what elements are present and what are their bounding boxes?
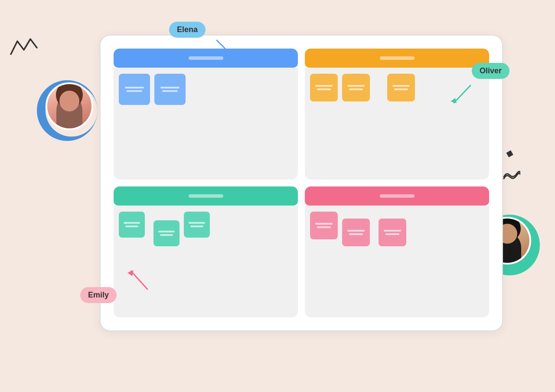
- elena-name-text: Elena: [177, 25, 198, 34]
- card-item[interactable]: [342, 219, 370, 246]
- column-body-pink: [305, 206, 489, 317]
- card-item[interactable]: [119, 74, 150, 105]
- diamond-decoration: ◆: [505, 147, 515, 160]
- card-item[interactable]: [310, 74, 338, 101]
- column-header-blue: [114, 49, 298, 68]
- card-item[interactable]: [342, 74, 370, 101]
- column-header-green: [114, 186, 298, 206]
- card-item[interactable]: [387, 74, 415, 101]
- label-emily: Emily: [80, 287, 117, 303]
- avatar-elena: [46, 82, 93, 130]
- column-header-orange: [305, 49, 489, 68]
- label-oliver: Oliver: [472, 63, 509, 79]
- column-body-green: [114, 206, 298, 317]
- card-item[interactable]: [184, 212, 210, 238]
- card-item[interactable]: [153, 220, 180, 246]
- card-item[interactable]: [119, 212, 145, 238]
- kanban-column-pink: [305, 186, 489, 317]
- kanban-column-green: [114, 186, 298, 317]
- card-item[interactable]: [310, 212, 338, 239]
- arrow-oliver: [449, 83, 475, 109]
- emily-name-text: Emily: [88, 291, 109, 299]
- kanban-column-orange: [305, 49, 489, 180]
- arrow-emily: [126, 268, 152, 291]
- kanban-column-blue: [114, 49, 298, 180]
- card-item[interactable]: [379, 219, 406, 246]
- column-body-blue: [114, 68, 298, 180]
- wave-decoration: [503, 169, 520, 183]
- oliver-name-text: Oliver: [480, 66, 502, 75]
- header-bar-green: [189, 194, 223, 198]
- header-bar-pink: [380, 194, 415, 198]
- column-header-pink: [305, 186, 489, 206]
- main-card: [100, 35, 503, 331]
- header-bar-orange: [380, 56, 415, 60]
- card-item[interactable]: [154, 74, 186, 105]
- arrow-elena: [212, 38, 238, 64]
- label-elena: Elena: [169, 22, 206, 38]
- zigzag-decoration: [9, 33, 39, 59]
- kanban-grid: [114, 49, 489, 317]
